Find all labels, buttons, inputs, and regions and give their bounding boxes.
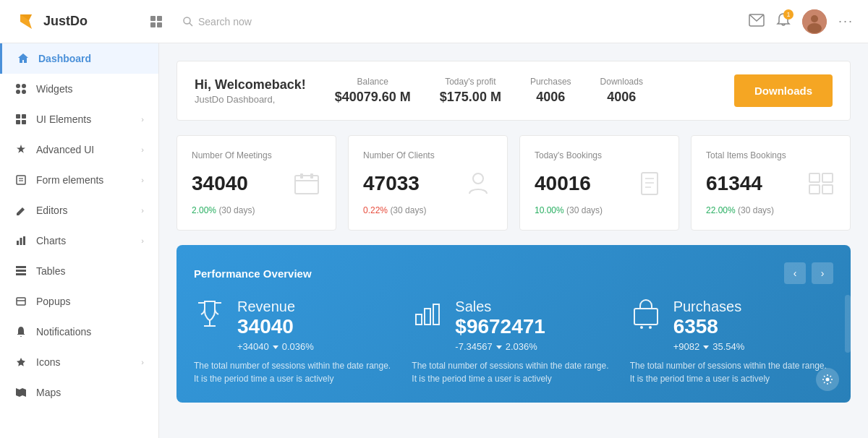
svg-rect-47 [433, 304, 439, 325]
meetings-label: Number Of Meetings [192, 150, 321, 160]
total-bookings-change: 22.00% [706, 205, 736, 215]
svg-rect-40 [822, 173, 833, 182]
downloads-button[interactable]: Downloads [734, 74, 833, 107]
chevron-icon-4: › [141, 206, 144, 215]
bookings-period: (30 days) [566, 205, 603, 215]
form-icon [14, 173, 27, 186]
meetings-card: Number Of Meetings 34040 2.00% (30 [176, 135, 336, 231]
mail-icon [749, 14, 765, 27]
perf-navigation: ‹ › [784, 262, 833, 284]
sidebar-label-advanced-ui: Advanced UI [36, 144, 94, 155]
main-content: Hi, Welcomeback! JustDo Dashboard, Balan… [159, 43, 868, 438]
balance-label: Balance [335, 77, 411, 87]
purchases-stat: Purchases 4006 [530, 77, 571, 105]
scroll-indicator [845, 295, 851, 353]
logo[interactable]: JustDo [14, 10, 130, 33]
total-bookings-card: Total Items Bookings 61344 22.00% ( [691, 135, 851, 231]
sidebar-item-tables[interactable]: Tables [0, 256, 158, 286]
sidebar-item-maps[interactable]: Maps [0, 377, 158, 408]
more-options-btn[interactable]: ··· [838, 14, 854, 29]
svg-rect-23 [23, 236, 25, 245]
clients-period: (30 days) [390, 205, 426, 215]
perf-cards: Revenue 34040 +34040 0.036% The total nu… [194, 299, 833, 385]
clients-change: 0.22% [363, 205, 388, 215]
total-bookings-label: Total Items Bookings [706, 150, 835, 160]
nav-right: 1 ··· [749, 9, 854, 34]
sidebar-item-charts[interactable]: Charts › [0, 226, 158, 256]
mail-icon-btn[interactable] [749, 14, 765, 30]
profit-label: Today's profit [440, 77, 501, 87]
meetings-number: 34040 [192, 172, 248, 195]
grid-icon-btn[interactable] [145, 10, 168, 33]
user-icon [464, 169, 493, 198]
trophy-icon [194, 299, 226, 330]
svg-rect-39 [809, 173, 820, 182]
purchases-card: Purchases 6358 +9082 35.54% The total nu… [630, 299, 833, 385]
svg-point-10 [16, 84, 20, 88]
cart-icon [630, 299, 662, 330]
sidebar-item-advanced-ui[interactable]: Advanced UI › [0, 134, 158, 165]
bell-icon-btn[interactable]: 1 [776, 12, 791, 31]
sidebar-item-widgets[interactable]: Widgets [0, 74, 158, 104]
sidebar-item-form-elements[interactable]: Form elements › [0, 165, 158, 195]
sidebar-item-dashboard[interactable]: Dashboard [0, 43, 158, 74]
calendar-icon [292, 169, 321, 198]
total-bookings-footer: 22.00% (30 days) [706, 205, 835, 215]
svg-point-34 [473, 173, 483, 184]
revenue-main: Revenue 34040 +34040 0.036% [237, 299, 314, 352]
popup-icon [14, 295, 27, 308]
chevron-icon-2: › [141, 145, 144, 154]
sales-value: $9672471 [455, 315, 545, 338]
sidebar-label-maps: Maps [36, 387, 61, 398]
avatar[interactable] [802, 9, 827, 34]
chevron-icon-3: › [141, 176, 144, 184]
svg-rect-17 [22, 120, 26, 124]
svg-point-8 [811, 15, 818, 22]
svg-rect-42 [822, 185, 833, 194]
svg-rect-24 [16, 266, 26, 268]
purchases-value: 6358 [673, 315, 745, 338]
perf-next-btn[interactable]: › [812, 262, 833, 284]
revenue-change-val: +34040 [237, 341, 269, 352]
perf-title: Performance Overview [194, 267, 312, 280]
stats-grid: Number Of Meetings 34040 2.00% (30 [176, 135, 851, 231]
settings-button[interactable] [816, 368, 839, 391]
svg-rect-26 [16, 273, 26, 275]
sidebar-label-tables: Tables [36, 265, 65, 277]
editor-icon [14, 204, 27, 217]
ui-elements-icon [14, 113, 27, 126]
revenue-card: Revenue 34040 +34040 0.036% The total nu… [194, 299, 397, 385]
svg-rect-22 [20, 238, 22, 245]
down-arrow-icon-2 [495, 343, 503, 351]
search-text: Search now [198, 16, 252, 27]
sidebar-item-ui-elements[interactable]: UI Elements › [0, 104, 158, 134]
svg-point-9 [807, 23, 822, 33]
clients-footer: 0.22% (30 days) [363, 205, 493, 215]
sales-pct: 2.036% [506, 341, 537, 352]
book-icon [635, 169, 664, 198]
purchases-change-val: +9082 [673, 341, 700, 352]
sidebar-item-editors[interactable]: Editors › [0, 195, 158, 226]
sidebar-label-charts: Charts [36, 235, 66, 246]
sidebar-item-icons[interactable]: Icons › [0, 347, 158, 377]
profit-stat: Today's profit $175.00 M [440, 77, 501, 105]
balance-value: $40079.60 M [335, 90, 411, 105]
advanced-ui-icon [14, 143, 27, 156]
svg-rect-30 [295, 176, 318, 194]
svg-line-5 [190, 23, 192, 26]
perf-prev-btn[interactable]: ‹ [784, 262, 806, 284]
purchases-pct: 35.54% [712, 341, 744, 352]
bookings-card: Today's Bookings 40016 10.00% (30 d [519, 135, 679, 231]
sales-card: Sales $9672471 -7.34567 2.036% The total… [412, 299, 615, 385]
sidebar-item-popups[interactable]: Popups [0, 286, 158, 317]
svg-point-4 [184, 17, 190, 24]
svg-rect-45 [416, 314, 422, 325]
notification-badge: 1 [783, 9, 793, 20]
sidebar-item-notifications[interactable]: Notifications [0, 317, 158, 347]
down-arrow-icon-3 [702, 343, 710, 351]
svg-rect-14 [16, 114, 20, 119]
purchases-main: Purchases 6358 +9082 35.54% [673, 299, 745, 352]
sidebar-label-icons: Icons [36, 356, 60, 368]
revenue-pct: 0.036% [282, 341, 314, 352]
search-area[interactable]: Search now [182, 16, 734, 27]
